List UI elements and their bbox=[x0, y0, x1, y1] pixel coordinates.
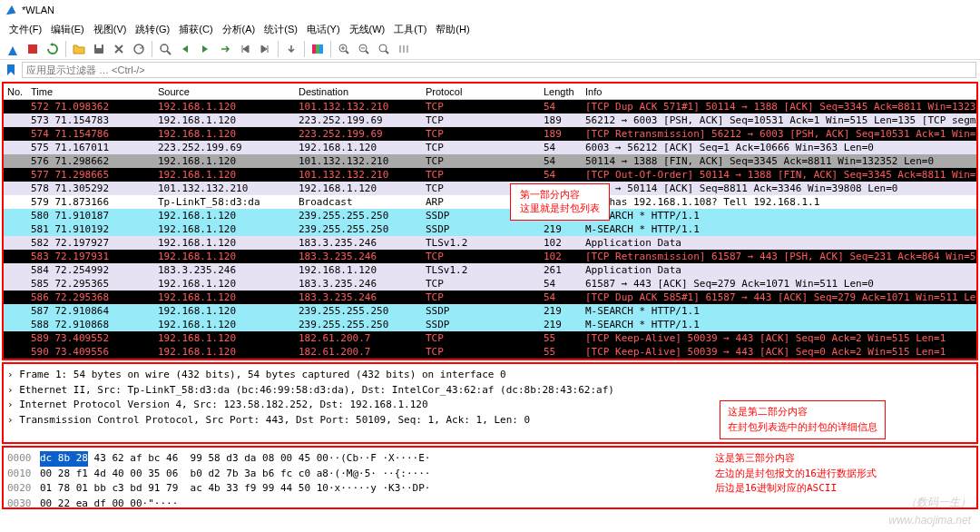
menu-file[interactable]: 文件(F) bbox=[5, 23, 45, 36]
colorize-icon[interactable] bbox=[309, 40, 327, 58]
col-header-protocol[interactable]: Protocol bbox=[426, 86, 544, 97]
toolbar bbox=[0, 38, 980, 60]
table-row[interactable]: 576 71.298662192.168.1.120101.132.132.21… bbox=[4, 154, 976, 168]
svg-rect-6 bbox=[316, 44, 319, 54]
callout1-line2: 这里就是封包列表 bbox=[520, 202, 600, 215]
start-capture-icon[interactable] bbox=[4, 40, 22, 58]
col-header-time[interactable]: Time bbox=[31, 86, 158, 97]
svg-point-10 bbox=[379, 44, 387, 52]
table-row[interactable]: 574 71.154786192.168.1.120223.252.199.69… bbox=[4, 127, 976, 141]
table-row[interactable]: 584 72.254992183.3.235.246192.168.1.120T… bbox=[4, 263, 976, 277]
display-filter-input[interactable] bbox=[22, 62, 976, 78]
table-row[interactable]: 575 71.167011223.252.199.69192.168.1.120… bbox=[4, 141, 976, 154]
table-row[interactable]: 581 71.910192192.168.1.120239.255.255.25… bbox=[4, 222, 976, 236]
menu-view[interactable]: 视图(V) bbox=[90, 23, 131, 36]
filter-bar bbox=[0, 60, 980, 80]
callout-packet-list: 第一部分内容 这里就是封包列表 bbox=[510, 183, 610, 221]
callout-hex: 这是第三部分内容 左边的是封包报文的16进行数据形式 后边是16进制对应的ASC… bbox=[715, 451, 877, 497]
callout3-line1: 这是第三部分内容 bbox=[715, 451, 877, 467]
table-row[interactable]: 577 71.298665192.168.1.120101.132.132.21… bbox=[4, 168, 976, 182]
table-row[interactable]: 582 72.197927192.168.1.120183.3.235.246T… bbox=[4, 236, 976, 250]
table-row[interactable]: 586 72.295368192.168.1.120183.3.235.246T… bbox=[4, 291, 976, 304]
callout2-line2: 在封包列表选中的封包的详细信息 bbox=[728, 420, 877, 436]
toolbar-separator bbox=[65, 41, 66, 57]
zoom-in-icon[interactable] bbox=[335, 40, 353, 58]
callout1-line1: 第一部分内容 bbox=[520, 188, 600, 202]
url-watermark: www.haojima.net bbox=[888, 514, 971, 527]
table-row[interactable]: 580 71.910187192.168.1.120239.255.255.25… bbox=[4, 209, 976, 222]
menu-edit[interactable]: 编辑(E) bbox=[47, 23, 88, 36]
table-row[interactable]: 572 71.098362192.168.1.120101.132.132.21… bbox=[4, 100, 976, 113]
window-title: *WLAN bbox=[22, 5, 54, 15]
menu-telephony[interactable]: 电话(Y) bbox=[303, 23, 344, 36]
app-icon bbox=[5, 4, 18, 16]
go-first-icon[interactable] bbox=[236, 40, 254, 58]
menu-capture[interactable]: 捕获(C) bbox=[175, 23, 216, 36]
menu-stats[interactable]: 统计(S) bbox=[260, 23, 301, 36]
toolbar-separator bbox=[330, 41, 331, 57]
table-row[interactable]: 590 73.409556192.168.1.120182.61.200.7TC… bbox=[4, 345, 976, 359]
col-header-length[interactable]: Length bbox=[544, 86, 585, 97]
packet-list-header: No. Time Source Destination Protocol Len… bbox=[4, 84, 976, 100]
toolbar-separator bbox=[278, 41, 279, 57]
go-prev-icon[interactable] bbox=[176, 40, 194, 58]
col-header-info[interactable]: Info bbox=[585, 86, 976, 97]
resize-columns-icon[interactable] bbox=[395, 40, 413, 58]
table-row[interactable]: 585 72.295365192.168.1.120183.3.235.246T… bbox=[4, 277, 976, 291]
callout2-line1: 这是第二部分内容 bbox=[728, 405, 877, 420]
open-file-icon[interactable] bbox=[70, 40, 88, 58]
toolbar-separator bbox=[304, 41, 305, 57]
auto-scroll-icon[interactable] bbox=[282, 40, 300, 58]
zoom-reset-icon[interactable] bbox=[375, 40, 393, 58]
col-header-no[interactable]: No. bbox=[4, 86, 31, 97]
save-file-icon[interactable] bbox=[90, 40, 108, 58]
col-header-destination[interactable]: Destination bbox=[299, 86, 426, 97]
titlebar: *WLAN bbox=[0, 0, 980, 20]
table-row[interactable]: 583 72.197931192.168.1.120183.3.235.246T… bbox=[4, 250, 976, 263]
menu-go[interactable]: 跳转(G) bbox=[132, 23, 173, 36]
zoom-out-icon[interactable] bbox=[355, 40, 373, 58]
svg-rect-7 bbox=[319, 44, 323, 54]
packet-rows: 572 71.098362192.168.1.120101.132.132.21… bbox=[4, 100, 976, 359]
col-header-source[interactable]: Source bbox=[158, 86, 299, 97]
go-next-icon[interactable] bbox=[196, 40, 214, 58]
find-packet-icon[interactable] bbox=[156, 40, 174, 58]
table-row[interactable]: 573 71.154783192.168.1.120223.252.199.69… bbox=[4, 113, 976, 127]
menu-help[interactable]: 帮助(H) bbox=[432, 23, 473, 36]
go-last-icon[interactable] bbox=[256, 40, 274, 58]
callout-details: 这是第二部分内容 在封包列表选中的封包的详细信息 bbox=[720, 400, 886, 439]
hex-row[interactable]: 003000 22 ea df 00 00 ·"···· bbox=[7, 497, 973, 512]
callout3-line3: 后边是16进制对应的ASCII bbox=[715, 481, 877, 497]
menu-analyze[interactable]: 分析(A) bbox=[219, 23, 260, 36]
go-to-packet-icon[interactable] bbox=[216, 40, 234, 58]
reload-icon[interactable] bbox=[130, 40, 148, 58]
table-row[interactable]: 579 71.873166Tp-LinkT_58:d3:daBroadcastA… bbox=[4, 195, 976, 209]
svg-rect-0 bbox=[28, 44, 37, 54]
svg-rect-2 bbox=[96, 44, 102, 48]
table-row[interactable]: 589 73.409552192.168.1.120182.61.200.7TC… bbox=[4, 331, 976, 345]
svg-rect-5 bbox=[312, 44, 316, 54]
detail-line[interactable]: › Frame 1: 54 bytes on wire (432 bits), … bbox=[7, 368, 973, 383]
detail-line[interactable]: › Ethernet II, Src: Tp-LinkT_58:d3:da (b… bbox=[7, 383, 973, 399]
menu-wireless[interactable]: 无线(W) bbox=[346, 23, 389, 36]
table-row[interactable]: 578 71.305292101.132.132.210192.168.1.12… bbox=[4, 182, 976, 195]
packet-list-pane: No. Time Source Destination Protocol Len… bbox=[2, 82, 978, 360]
bookmark-icon[interactable] bbox=[4, 63, 18, 77]
menubar: 文件(F) 编辑(E) 视图(V) 跳转(G) 捕获(C) 分析(A) 统计(S… bbox=[0, 20, 980, 38]
svg-point-4 bbox=[161, 44, 168, 52]
table-row[interactable]: 588 72.910868192.168.1.120239.255.255.25… bbox=[4, 318, 976, 331]
callout3-line2: 左边的是封包报文的16进行数据形式 bbox=[715, 467, 877, 482]
stop-capture-icon[interactable] bbox=[24, 40, 42, 58]
toolbar-separator bbox=[152, 41, 152, 57]
watermark: （数码一生） bbox=[906, 495, 971, 510]
table-row[interactable]: 587 72.910864192.168.1.120239.255.255.25… bbox=[4, 304, 976, 318]
close-file-icon[interactable] bbox=[110, 40, 128, 58]
packet-details-pane: › Frame 1: 54 bytes on wire (432 bits), … bbox=[2, 362, 978, 444]
packet-bytes-pane: 0000dc 8b 28 43 62 af bc 46 99 58 d3 da … bbox=[2, 446, 978, 509]
menu-tools[interactable]: 工具(T) bbox=[390, 23, 430, 36]
restart-capture-icon[interactable] bbox=[44, 40, 62, 58]
